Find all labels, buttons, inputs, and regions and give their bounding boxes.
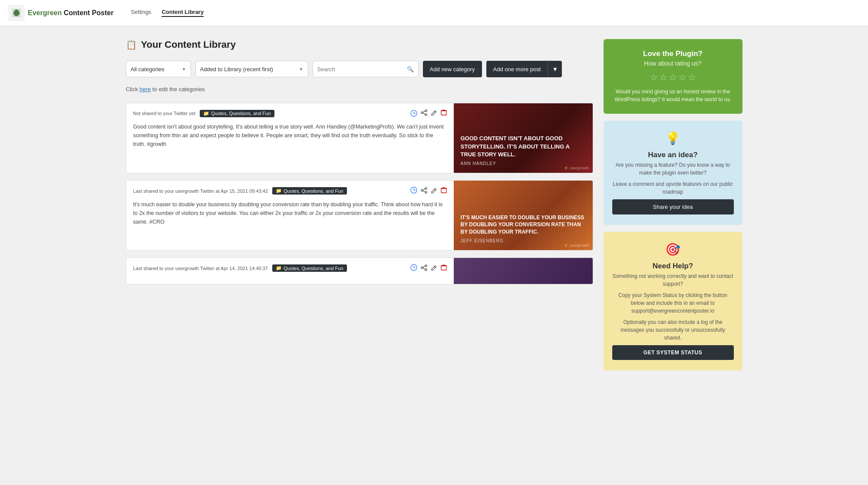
star-4[interactable]: ☆ bbox=[679, 72, 686, 82]
help-icon: 🎯 bbox=[612, 242, 734, 257]
lightbulb-icon: 💡 bbox=[612, 131, 734, 145]
add-post-button[interactable]: Add one more post bbox=[486, 61, 548, 77]
svg-point-7 bbox=[425, 114, 427, 115]
post-card: Not shared to your Twitter yet 📁 Quotes,… bbox=[126, 103, 593, 173]
google-icon[interactable] bbox=[410, 110, 417, 117]
svg-line-22 bbox=[434, 189, 436, 190]
categories-link-text: Click here to edit the categories bbox=[126, 86, 593, 92]
post-image-watermark: ⚡ usergrowth bbox=[564, 166, 589, 170]
svg-point-30 bbox=[421, 267, 423, 268]
svg-point-31 bbox=[425, 269, 427, 271]
toolbar: All categories ▼ Added to Library (recen… bbox=[126, 61, 593, 77]
post-card-content: Last shared to your usergrowth Twitter a… bbox=[126, 181, 454, 250]
svg-point-17 bbox=[425, 188, 427, 189]
sort-filter[interactable]: Added to Library (recent first) ▼ bbox=[195, 61, 308, 77]
post-category-badge[interactable]: 📁 Quotes, Questions, and Fun bbox=[272, 264, 347, 272]
categories-edit-link[interactable]: here bbox=[139, 86, 151, 92]
post-card-content: Not shared to your Twitter yet 📁 Quotes,… bbox=[126, 103, 454, 173]
post-status: Not shared to your Twitter yet bbox=[133, 111, 195, 116]
svg-point-19 bbox=[425, 191, 427, 193]
nav-settings[interactable]: Settings bbox=[131, 9, 151, 17]
chevron-down-icon: ▼ bbox=[299, 67, 304, 72]
search-box: 🔍 bbox=[313, 61, 419, 77]
category-filter[interactable]: All categories ▼ bbox=[126, 61, 191, 77]
idea-card-desc1: Are you missing a feature? Do you know a… bbox=[612, 161, 734, 177]
chevron-down-icon: ▼ bbox=[552, 66, 558, 73]
add-post-dropdown-button[interactable]: ▼ bbox=[548, 61, 562, 77]
post-image-quote: GOOD CONTENT ISN'T ABOUT GOOD STORYTELLI… bbox=[461, 135, 586, 158]
star-5[interactable]: ☆ bbox=[688, 72, 696, 82]
star-2[interactable]: ☆ bbox=[660, 72, 667, 82]
idea-card-title: Have an idea? bbox=[612, 151, 734, 159]
rating-card-subtitle: How about rating us? bbox=[612, 60, 734, 67]
page-header: 📋 Your Content Library bbox=[126, 39, 593, 50]
post-actions bbox=[410, 264, 447, 272]
category-label: Quotes, Questions, and Fun bbox=[284, 188, 343, 194]
nav-content-library[interactable]: Content Library bbox=[162, 9, 204, 17]
delete-icon[interactable] bbox=[441, 264, 447, 272]
nav-links: Settings Content Library bbox=[131, 9, 204, 17]
share-idea-button[interactable]: Share your idea bbox=[612, 199, 734, 214]
share-icon[interactable] bbox=[421, 264, 427, 272]
post-actions bbox=[410, 109, 447, 117]
star-3[interactable]: ☆ bbox=[669, 72, 677, 82]
post-image-author: JEFF EISENBERG bbox=[461, 238, 586, 243]
post-image-watermark: ⚡ usergrowth bbox=[564, 243, 589, 247]
search-input[interactable] bbox=[317, 66, 404, 73]
post-card-meta: Last shared to your usergrowth Twitter a… bbox=[133, 187, 447, 195]
google-icon[interactable] bbox=[410, 187, 417, 195]
post-category-badge[interactable]: 📁 Quotes, Questions, and Fun bbox=[272, 187, 347, 195]
svg-point-5 bbox=[425, 110, 427, 112]
logo: Evergreen Content Poster bbox=[9, 5, 113, 21]
folder-icon: 📁 bbox=[276, 188, 282, 194]
help-card-desc3: Optionally you can also include a log of… bbox=[612, 318, 734, 342]
logo-text: Evergreen Content Poster bbox=[28, 9, 113, 17]
share-icon[interactable] bbox=[421, 109, 427, 117]
post-card-meta: Last shared to your usergrowth Twitter a… bbox=[133, 264, 447, 272]
post-text: Good content isn't about good storytelli… bbox=[133, 122, 447, 148]
delete-icon[interactable] bbox=[441, 109, 447, 117]
svg-line-34 bbox=[434, 266, 436, 267]
post-category-badge[interactable]: 📁 Quotes, Questions, and Fun bbox=[200, 110, 274, 117]
folder-icon: 📁 bbox=[203, 111, 209, 116]
add-category-label: Add new category bbox=[430, 66, 475, 73]
category-label: Quotes, Questions, and Fun bbox=[284, 266, 343, 271]
idea-card-desc2: Leave a comment and upvote features on o… bbox=[612, 180, 734, 196]
svg-line-8 bbox=[422, 111, 425, 112]
svg-line-21 bbox=[422, 191, 425, 192]
star-rating[interactable]: ☆ ☆ ☆ ☆ ☆ bbox=[612, 72, 734, 82]
get-system-status-button[interactable]: GET SYSTEM STATUS bbox=[612, 345, 734, 360]
post-image-author: ANN HANDLEY bbox=[461, 161, 586, 166]
svg-point-6 bbox=[421, 112, 423, 114]
svg-line-10 bbox=[434, 112, 436, 113]
help-card-desc2: Copy your System Status by clicking the … bbox=[612, 291, 734, 315]
svg-line-33 bbox=[422, 268, 425, 269]
edit-icon[interactable] bbox=[431, 109, 437, 117]
page-title: Your Content Library bbox=[141, 39, 236, 50]
google-icon[interactable] bbox=[410, 264, 417, 272]
post-text: It's much easier to double your business… bbox=[133, 200, 447, 226]
chevron-down-icon: ▼ bbox=[182, 67, 186, 72]
post-card-image: IT'S MUCH EASIER TO DOUBLE YOUR BUSINESS… bbox=[454, 181, 593, 250]
edit-icon[interactable] bbox=[431, 187, 437, 195]
svg-point-18 bbox=[421, 189, 423, 191]
share-icon[interactable] bbox=[421, 187, 427, 195]
logo-icon bbox=[9, 5, 24, 21]
idea-card: 💡 Have an idea? Are you missing a featur… bbox=[604, 121, 743, 225]
svg-rect-23 bbox=[441, 188, 446, 193]
delete-icon[interactable] bbox=[441, 187, 447, 195]
sort-filter-label: Added to Library (recent first) bbox=[200, 66, 273, 73]
add-category-button[interactable]: Add new category bbox=[423, 61, 482, 77]
post-card: Last shared to your usergrowth Twitter a… bbox=[126, 257, 593, 284]
page-header-icon: 📋 bbox=[126, 40, 137, 50]
rating-card-title: Love the Plugin? bbox=[612, 49, 734, 58]
star-1[interactable]: ☆ bbox=[650, 72, 658, 82]
content-area: 📋 Your Content Library All categories ▼ … bbox=[126, 39, 593, 370]
edit-icon[interactable] bbox=[431, 264, 437, 272]
post-card-meta: Not shared to your Twitter yet 📁 Quotes,… bbox=[133, 109, 447, 117]
top-navigation: Evergreen Content Poster Settings Conten… bbox=[0, 0, 868, 26]
folder-icon: 📁 bbox=[276, 265, 282, 271]
svg-line-20 bbox=[422, 188, 425, 190]
sidebar: Love the Plugin? How about rating us? ☆ … bbox=[604, 39, 743, 370]
svg-line-32 bbox=[422, 266, 425, 267]
